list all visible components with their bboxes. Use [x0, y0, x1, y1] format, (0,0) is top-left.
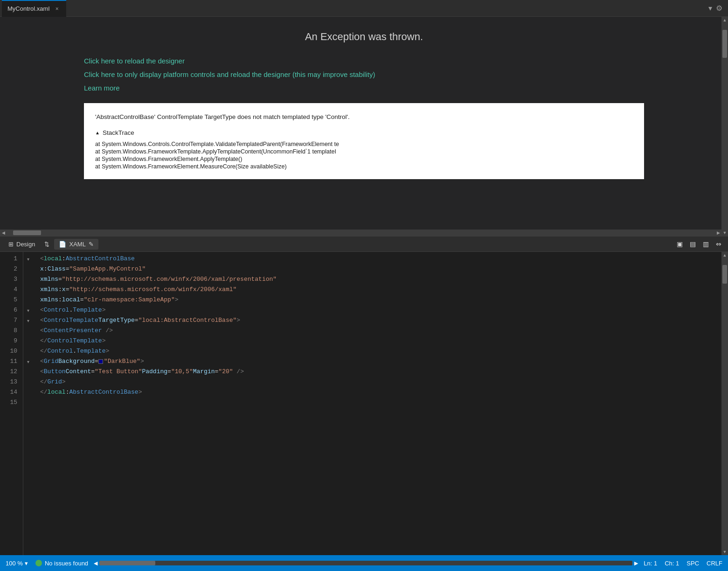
error-box: 'AbstractControlBase' ControlTemplate Ta…	[84, 103, 644, 179]
layout-icon-3[interactable]: ▥	[700, 238, 711, 250]
line-number: 1	[0, 254, 17, 264]
links-section: Click here to reload the designer Click …	[0, 57, 728, 92]
collapse-gutter: ▾▾▾▾	[23, 252, 33, 555]
stack-line-2: at System.Windows.FrameworkTemplate.Appl…	[95, 148, 633, 155]
gutter-cell[interactable]: ▾	[23, 305, 33, 315]
stack-line-4: at System.Windows.FrameworkElement.Measu…	[95, 163, 633, 170]
gutter-cell	[23, 264, 33, 274]
h-scroll-thumb-bottom[interactable]	[99, 561, 155, 565]
swap-icon: ⇅	[44, 241, 49, 248]
line-number: 4	[0, 285, 17, 295]
gutter-cell[interactable]: ▾	[23, 315, 33, 326]
gutter-cell	[23, 387, 33, 397]
v-scroll-thumb[interactable]	[722, 30, 727, 58]
collapse-icon[interactable]: ▾	[27, 359, 29, 364]
stack-trace-toggle[interactable]: ▲ StackTrace	[95, 129, 633, 136]
gutter-cell	[23, 274, 33, 285]
view-toolbar-right: ▣ ▤ ▥ ⇔	[674, 238, 724, 250]
designer-content: An Exception was thrown. Click here to r…	[0, 17, 728, 179]
ch-label: Ch: 1	[665, 560, 679, 567]
code-line[interactable]: <ContentPresenter />	[40, 326, 728, 336]
gutter-cell	[23, 346, 33, 356]
xaml-edit-icon: ✎	[89, 241, 94, 248]
h-scroll-thumb[interactable]	[13, 230, 41, 235]
scroll-right-icon[interactable]: ▶	[634, 560, 638, 566]
v-scroll-down-icon[interactable]: ▼	[721, 230, 728, 236]
code-line[interactable]: </ControlTemplate>	[40, 336, 728, 346]
code-line[interactable]: <ControlTemplate TargetType="local:Abstr…	[40, 315, 728, 326]
stack-line-3: at System.Windows.FrameworkElement.Apply…	[95, 156, 633, 162]
stack-trace-label: StackTrace	[103, 129, 134, 136]
gutter-cell	[23, 285, 33, 295]
gutter-cell	[23, 326, 33, 336]
design-view-button[interactable]: ⊞ Design	[4, 239, 40, 250]
code-v-scrollbar[interactable]: ▲ ▼	[721, 252, 728, 555]
scroll-left-icon[interactable]: ◀	[94, 560, 97, 566]
settings-icon[interactable]: ⚙	[716, 4, 722, 13]
h-scroll-right-icon[interactable]: ▶	[715, 230, 721, 236]
ln-label: Ln: 1	[644, 560, 657, 567]
platform-controls-link[interactable]: Click here to only display platform cont…	[84, 70, 728, 78]
layout-icon-1[interactable]: ▣	[674, 238, 685, 250]
code-line[interactable]: <Control.Template>	[40, 305, 728, 315]
line-number: 2	[0, 264, 17, 274]
v-scroll-up-icon[interactable]: ▲	[721, 17, 728, 23]
learn-more-link[interactable]: Learn more	[84, 84, 728, 92]
zoom-arrow-icon[interactable]: ▾	[25, 560, 28, 567]
status-right: Ln: 1 Ch: 1 SPC CRLF	[644, 560, 722, 567]
designer-h-scrollbar[interactable]: ◀ ▶	[0, 230, 721, 236]
line-numbers-gutter: 123456789101112131415	[0, 252, 23, 555]
code-v-scroll-thumb[interactable]	[722, 265, 727, 284]
layout-icon-2[interactable]: ▤	[687, 238, 698, 250]
code-line[interactable]: </local:AbstractControlBase>	[40, 387, 728, 397]
design-icon: ⊞	[8, 241, 14, 248]
status-check: No issues found	[35, 560, 88, 567]
line-number: 15	[0, 397, 17, 408]
code-line[interactable]: <Grid Background="DarkBlue">	[40, 356, 728, 367]
collapse-icon[interactable]: ▾	[27, 318, 29, 323]
h-scroll-track[interactable]	[99, 561, 632, 565]
line-number: 5	[0, 295, 17, 305]
zoom-value: 100 %	[6, 560, 23, 567]
xaml-label: XAML	[69, 241, 85, 248]
collapse-icon[interactable]: ▾	[27, 308, 29, 313]
code-line[interactable]: </Grid>	[40, 377, 728, 387]
h-scroll-left-icon[interactable]: ◀	[0, 230, 7, 236]
code-v-scroll-down-icon[interactable]: ▼	[721, 549, 728, 555]
status-dot-icon	[35, 560, 42, 566]
dropdown-arrow-icon[interactable]: ▾	[708, 4, 712, 13]
code-line[interactable]: x:Class="SampleApp.MyControl"	[40, 264, 728, 274]
tab-label: MyControl.xaml	[7, 5, 49, 12]
line-number: 6	[0, 305, 17, 315]
collapse-icon[interactable]: ▾	[27, 257, 29, 262]
zoom-control[interactable]: 100 % ▾	[6, 560, 28, 567]
code-v-scroll-up-icon[interactable]: ▲	[721, 252, 728, 258]
tab-close-button[interactable]: ×	[53, 5, 61, 13]
code-line[interactable]: <Button Content="Test Button" Padding="1…	[40, 367, 728, 377]
code-line[interactable]	[40, 397, 728, 408]
code-line[interactable]: <local:AbstractControlBase	[40, 254, 728, 264]
expand-icon[interactable]: ⇔	[713, 238, 724, 250]
reload-designer-link[interactable]: Click here to reload the designer	[84, 57, 728, 65]
xaml-view-button[interactable]: 📄 XAML ✎	[54, 239, 98, 250]
designer-area: An Exception was thrown. Click here to r…	[0, 17, 728, 236]
gutter-cell	[23, 397, 33, 408]
swap-button[interactable]: ⇅	[40, 239, 54, 250]
code-line[interactable]: xmlns:x="http://schemas.microsoft.com/wi…	[40, 285, 728, 295]
code-line[interactable]: xmlns:local="clr-namespace:SampleApp">	[40, 295, 728, 305]
code-content: <local:AbstractControlBase x:Class="Samp…	[33, 252, 728, 555]
code-editor[interactable]: 123456789101112131415 ▾▾▾▾ <local:Abstra…	[0, 252, 728, 555]
designer-v-scrollbar[interactable]: ▲ ▼	[721, 17, 728, 236]
gutter-cell[interactable]: ▾	[23, 254, 33, 264]
line-number: 3	[0, 274, 17, 285]
bottom-scroll-area: ◀ ▶	[94, 560, 638, 566]
code-line[interactable]: xmlns="http://schemas.microsoft.com/winf…	[40, 274, 728, 285]
triangle-icon: ▲	[95, 130, 100, 135]
tab-mycontrol-xaml[interactable]: MyControl.xaml ×	[2, 0, 66, 17]
stack-line-1: at System.Windows.Controls.ControlTempla…	[95, 141, 633, 147]
tab-bar-right: ▾ ⚙	[708, 4, 726, 13]
stack-trace-lines: at System.Windows.Controls.ControlTempla…	[95, 141, 633, 170]
line-number: 12	[0, 367, 17, 377]
code-line[interactable]: </Control.Template>	[40, 346, 728, 356]
gutter-cell[interactable]: ▾	[23, 356, 33, 367]
